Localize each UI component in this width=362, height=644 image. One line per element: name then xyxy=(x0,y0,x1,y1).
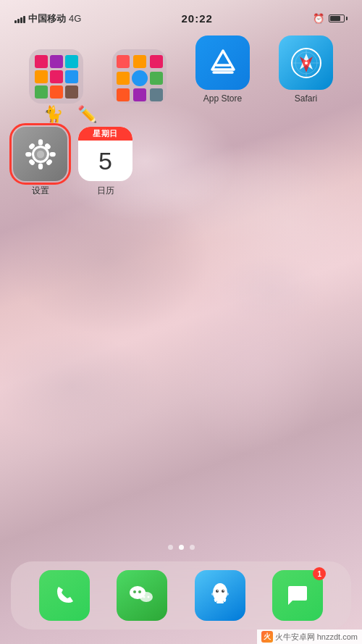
watermark-text: 火牛安卓网 xyxy=(275,632,315,643)
safari-logo xyxy=(288,45,324,81)
svg-rect-9 xyxy=(38,163,42,169)
svg-point-21 xyxy=(138,590,141,593)
svg-point-19 xyxy=(140,592,153,602)
app-appstore[interactable]: App Store xyxy=(195,35,250,104)
svg-point-28 xyxy=(216,590,218,592)
qq-icon[interactable] xyxy=(195,570,245,621)
svg-point-34 xyxy=(211,593,216,595)
page-dot-3 xyxy=(190,545,195,550)
network-label: 4G xyxy=(69,13,81,24)
app-folder-1[interactable] xyxy=(29,49,83,104)
settings-gear-svg xyxy=(22,136,59,172)
page-dot-1 xyxy=(168,545,173,550)
calendar-label: 日历 xyxy=(97,185,114,197)
battery-indicator xyxy=(329,14,348,22)
svg-point-35 xyxy=(224,593,229,595)
calendar-icon[interactable]: 星期日 5 xyxy=(78,127,132,181)
settings-icon[interactable] xyxy=(13,127,67,181)
signal-bars xyxy=(14,14,25,23)
app-folder-2[interactable] xyxy=(112,49,167,104)
dock-app-qq[interactable] xyxy=(195,570,245,621)
clock: 20:22 xyxy=(181,12,212,25)
signal-bar-3 xyxy=(20,17,22,23)
page-indicator xyxy=(0,545,362,550)
svg-rect-33 xyxy=(216,601,224,603)
folder-1-icon[interactable] xyxy=(29,49,83,104)
settings-label: 设置 xyxy=(32,185,49,197)
phone-icon[interactable] xyxy=(39,570,90,621)
qq-svg xyxy=(204,580,236,611)
dock-app-wechat[interactable] xyxy=(117,570,167,621)
watermark-url: hnzzdt.com xyxy=(317,632,358,641)
calendar-day-number: 5 xyxy=(78,141,132,181)
app-safari[interactable]: Safari xyxy=(279,35,333,104)
dock-app-message[interactable]: 1 xyxy=(272,570,323,621)
app-settings[interactable]: 设置 xyxy=(13,127,67,197)
status-bar: 中国移动 4G 20:22 ⏰ xyxy=(0,0,362,32)
watermark-logo: 火 xyxy=(261,631,273,643)
svg-point-32 xyxy=(216,595,224,600)
watermark: 火 火牛安卓网 hnzzdt.com xyxy=(257,630,362,644)
dock: 1 xyxy=(11,561,351,630)
wechat-svg xyxy=(126,580,158,611)
appstore-label: App Store xyxy=(203,93,242,104)
folder-2-icon[interactable] xyxy=(112,49,167,104)
alarm-icon: ⏰ xyxy=(313,13,324,24)
safari-icon[interactable] xyxy=(279,35,333,90)
safari-label: Safari xyxy=(295,93,317,104)
svg-point-6 xyxy=(305,62,308,64)
svg-point-23 xyxy=(148,596,150,598)
calendar-day-name: 星期日 xyxy=(78,127,132,141)
status-icons: ⏰ xyxy=(313,13,348,24)
svg-point-22 xyxy=(143,596,146,598)
appstore-icon[interactable] xyxy=(195,35,250,90)
signal-bar-1 xyxy=(14,20,17,23)
appstore-logo xyxy=(206,46,240,80)
svg-point-17 xyxy=(36,150,43,157)
carrier-label: 中国移动 xyxy=(28,12,66,25)
svg-rect-8 xyxy=(38,139,42,145)
svg-rect-10 xyxy=(25,151,31,156)
svg-point-20 xyxy=(133,590,136,593)
svg-point-29 xyxy=(222,590,224,592)
pencil-decoration: ✏️ xyxy=(77,105,97,124)
message-badge: 1 xyxy=(313,567,326,580)
page-dot-2 xyxy=(179,545,184,550)
dock-app-phone[interactable] xyxy=(39,570,90,621)
signal-bar-4 xyxy=(23,16,25,23)
message-svg xyxy=(282,580,313,611)
cat-decoration: 🐈 xyxy=(43,105,63,124)
phone-svg xyxy=(50,581,79,610)
wechat-icon[interactable] xyxy=(117,570,167,621)
svg-rect-11 xyxy=(49,151,55,156)
signal-bar-2 xyxy=(17,19,20,23)
app-calendar[interactable]: 星期日 5 日历 xyxy=(78,127,132,197)
